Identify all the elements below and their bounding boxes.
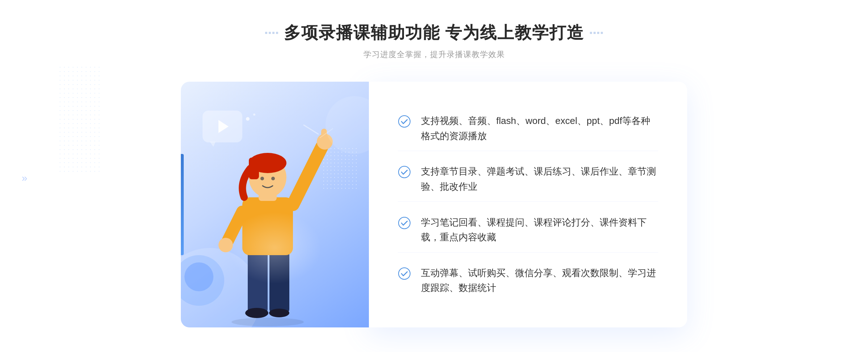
header-section: 多项录播课辅助功能 专为线上教学打造 学习进度全掌握，提升录播课教学效果 (265, 22, 603, 60)
person-illustration (192, 118, 344, 327)
svg-rect-1 (248, 248, 268, 313)
content-area: 支持视频、音频、flash、word、excel、ppt、pdf等各种格式的资源… (181, 82, 687, 327)
svg-point-20 (399, 166, 410, 178)
dot (276, 32, 278, 34)
svg-point-21 (399, 217, 410, 229)
page-container: » 多项录播课辅助功能 专为线上教学打造 学习进度全掌握，提升录播课教学效果 (0, 0, 868, 352)
check-icon-3 (398, 216, 411, 229)
left-chevrons-decoration: » (22, 172, 27, 184)
feature-item-4: 互动弹幕、试听购买、微信分享、观看次数限制、学习进度跟踪、数据统计 (398, 258, 658, 303)
feature-item-1: 支持视频、音频、flash、word、excel、ppt、pdf等各种格式的资源… (398, 106, 658, 151)
feature-text-3: 学习笔记回看、课程提问、课程评论打分、课件资料下载，重点内容收藏 (421, 215, 658, 245)
svg-line-6 (293, 147, 322, 205)
dot (597, 32, 599, 34)
dot (269, 32, 271, 34)
svg-point-4 (269, 309, 289, 317)
dot (272, 32, 275, 34)
illustration-card (181, 82, 369, 327)
svg-point-16 (271, 177, 275, 180)
feature-item-2: 支持章节目录、弹题考试、课后练习、课后作业、章节测验、批改作业 (398, 157, 658, 202)
feature-text-4: 互动弹幕、试听购买、微信分享、观看次数限制、学习进度跟踪、数据统计 (421, 266, 658, 296)
svg-line-9 (228, 212, 242, 241)
sparkle-decoration-2 (253, 113, 255, 116)
check-icon-2 (398, 166, 411, 179)
subtitle: 学习进度全掌握，提升录播课教学效果 (265, 49, 603, 60)
svg-line-17 (304, 125, 318, 134)
svg-point-3 (245, 308, 268, 318)
svg-rect-5 (242, 197, 293, 255)
svg-rect-8 (321, 129, 327, 142)
dot (590, 32, 592, 34)
check-icon-4 (398, 267, 411, 280)
feature-text-1: 支持视频、音频、flash、word、excel、ppt、pdf等各种格式的资源… (421, 113, 658, 143)
feature-text-2: 支持章节目录、弹题考试、课后练习、课后作业、章节测验、批改作业 (421, 164, 658, 194)
dot (593, 32, 596, 34)
check-icon-1 (398, 115, 411, 128)
feature-item-3: 学习笔记回看、课程提问、课程评论打分、课件资料下载，重点内容收藏 (398, 208, 658, 253)
dot (601, 32, 603, 34)
svg-point-10 (218, 238, 233, 252)
title-row: 多项录播课辅助功能 专为线上教学打造 (265, 22, 603, 44)
svg-point-15 (260, 177, 264, 180)
chevron-icon: » (22, 172, 27, 184)
main-title: 多项录播课辅助功能 专为线上教学打造 (284, 22, 584, 44)
svg-point-0 (231, 318, 304, 326)
features-card: 支持视频、音频、flash、word、excel、ppt、pdf等各种格式的资源… (369, 82, 687, 327)
svg-point-22 (399, 268, 410, 279)
dot (265, 32, 267, 34)
title-dots-right (590, 32, 603, 34)
side-accent (181, 154, 184, 255)
svg-point-19 (399, 116, 410, 127)
svg-rect-2 (269, 248, 289, 313)
title-dots-left (265, 32, 278, 34)
